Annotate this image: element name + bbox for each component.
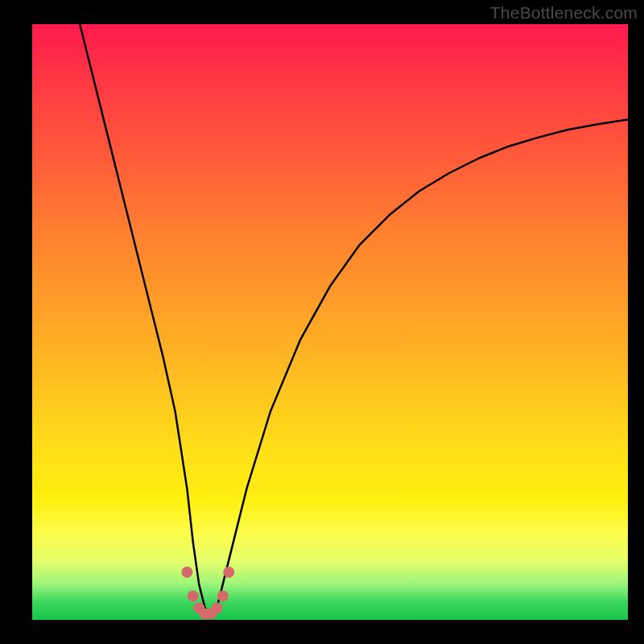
chart-frame: TheBottleneck.com [0, 0, 644, 644]
curve-svg [32, 24, 628, 620]
watermark-text: TheBottleneck.com [490, 3, 638, 23]
curve-path [80, 24, 628, 614]
dot-marker [211, 602, 222, 613]
bottleneck-curve [80, 24, 628, 614]
dot-marker [217, 590, 229, 601]
dot-marker [223, 567, 234, 578]
dot-marker [181, 567, 192, 578]
plot-area [32, 24, 628, 620]
dot-marker [188, 590, 199, 601]
dotted-markers [181, 567, 234, 620]
